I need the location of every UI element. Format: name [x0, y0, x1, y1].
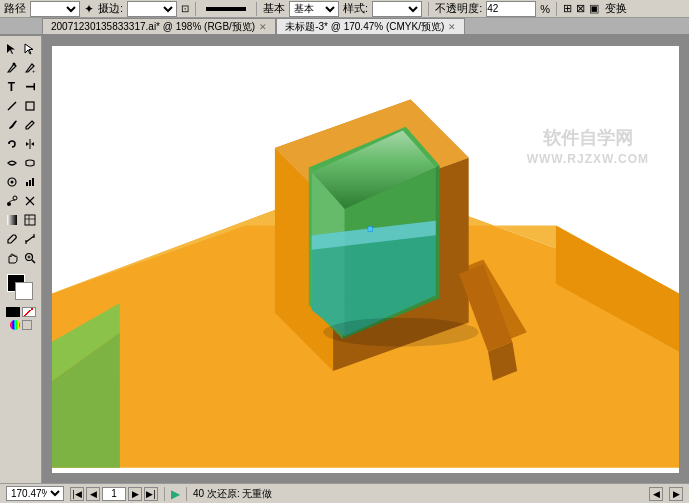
tool-hand[interactable]	[3, 249, 20, 267]
tool-type[interactable]: T	[3, 78, 20, 96]
svg-rect-16	[25, 215, 35, 225]
tool-icon-1: ✦	[84, 2, 94, 16]
play-icon[interactable]: ▶	[171, 487, 180, 501]
tab-bar: 20071230135833317.ai* @ 198% (RGB/预览) ✕ …	[0, 18, 689, 36]
tool-warp-2[interactable]	[21, 154, 38, 172]
svg-line-19	[26, 236, 34, 242]
transform-label: 变换	[605, 1, 627, 16]
svg-point-47	[323, 318, 478, 347]
page-nav: |◀ ◀ ▶ ▶|	[70, 487, 158, 501]
tool-type-v[interactable]: T	[21, 78, 38, 96]
tab-2-label: 未标题-3* @ 170.47% (CMYK/预览)	[285, 20, 444, 34]
tool-direct-selection[interactable]	[21, 40, 38, 58]
color-swatches	[6, 274, 36, 330]
svg-marker-0	[7, 44, 15, 54]
path-select[interactable]	[30, 1, 80, 17]
tool-symbol[interactable]	[3, 173, 20, 191]
tool-row-8	[3, 173, 38, 191]
color-mode-icon[interactable]	[22, 320, 32, 330]
tool-line[interactable]	[3, 97, 20, 115]
status-bar: 170.47% |◀ ◀ ▶ ▶| ▶ 40 次还原: 无重做 ◀ ▶	[0, 483, 689, 503]
page-next-btn[interactable]: ▶	[128, 487, 142, 501]
tool-rotate[interactable]	[3, 135, 20, 153]
svg-rect-12	[32, 178, 34, 186]
none-icon[interactable]	[22, 307, 36, 317]
svg-point-9	[10, 181, 13, 184]
tool-icon-2: ⊡	[181, 3, 189, 14]
illustration-svg	[52, 46, 679, 473]
tool-pen[interactable]	[3, 59, 20, 77]
fill-none-icon[interactable]	[6, 307, 20, 317]
page-input[interactable]	[102, 487, 126, 501]
tool-row-5	[3, 116, 38, 134]
tool-mesh[interactable]	[21, 211, 38, 229]
tool-reflect[interactable]	[21, 135, 38, 153]
tool-row-4	[3, 97, 38, 115]
tool-row-7	[3, 154, 38, 172]
background-color[interactable]	[15, 282, 33, 300]
tool-selection[interactable]	[3, 40, 20, 58]
status-divider	[164, 487, 165, 501]
stroke-preview	[206, 7, 246, 11]
svg-text:+: +	[32, 68, 36, 74]
svg-rect-44	[368, 227, 373, 232]
tool-zoom[interactable]	[21, 249, 38, 267]
style-select[interactable]	[372, 1, 422, 17]
tool-graph[interactable]	[21, 173, 38, 191]
divider-3	[428, 2, 429, 16]
tab-1[interactable]: 20071230135833317.ai* @ 198% (RGB/预览) ✕	[42, 18, 276, 34]
status-divider-2	[186, 487, 187, 501]
tab-2[interactable]: 未标题-3* @ 170.47% (CMYK/预览) ✕	[276, 18, 465, 34]
tool-row-3: T T	[3, 78, 38, 96]
tool-warp[interactable]	[3, 154, 20, 172]
divider-4	[556, 2, 557, 16]
opacity-label: 不透明度:	[435, 1, 482, 16]
tool-pencil[interactable]	[21, 116, 38, 134]
tool-blend[interactable]	[3, 192, 20, 210]
page-first-btn[interactable]: |◀	[70, 487, 84, 501]
svg-rect-10	[26, 182, 28, 186]
opacity-input[interactable]	[486, 1, 536, 17]
tab-1-close[interactable]: ✕	[259, 22, 267, 32]
artboard-info: 40 次还原: 无重做	[193, 487, 272, 501]
tool-pen-2[interactable]: +	[21, 59, 38, 77]
capture-label: 摄边:	[98, 1, 123, 16]
capture-select[interactable]	[127, 1, 177, 17]
icon-small-3: ▣	[589, 2, 599, 15]
base-select[interactable]: 基本	[289, 1, 339, 17]
tool-brush[interactable]	[3, 116, 20, 134]
tool-row-6	[3, 135, 38, 153]
divider-2	[256, 2, 257, 16]
tab-1-label: 20071230135833317.ai* @ 198% (RGB/预览)	[51, 20, 255, 34]
tool-row-2: +	[3, 59, 38, 77]
zoom-select[interactable]: 170.47%	[6, 486, 64, 501]
scroll-right-btn[interactable]: ▶	[669, 487, 683, 501]
tool-gradient[interactable]	[3, 211, 20, 229]
svg-line-23	[32, 260, 35, 263]
icon-small-1: ⊞	[563, 2, 572, 15]
tool-measure[interactable]	[21, 230, 38, 248]
style-label: 样式:	[343, 1, 368, 16]
tool-row-9	[3, 192, 38, 210]
canvas-area[interactable]: 软件自学网 WWW.RJZXW.COM	[42, 36, 689, 483]
page-prev-btn[interactable]: ◀	[86, 487, 100, 501]
page-last-btn[interactable]: ▶|	[144, 487, 158, 501]
scroll-left-btn[interactable]: ◀	[649, 487, 663, 501]
svg-line-4	[8, 102, 16, 110]
tool-slice[interactable]	[21, 192, 38, 210]
svg-rect-11	[29, 180, 31, 186]
main-area: + T T	[0, 36, 689, 483]
tool-row-11	[3, 230, 38, 248]
svg-rect-5	[26, 102, 34, 110]
tool-row-10	[3, 211, 38, 229]
divider-1	[195, 2, 196, 16]
top-toolbar: 路径 ✦ 摄边: ⊡ 基本 基本 样式: 不透明度: % ⊞ ⊠ ▣ 变换	[0, 0, 689, 18]
color-wheel-icon[interactable]	[10, 320, 20, 330]
svg-rect-15	[7, 215, 17, 225]
tool-shape[interactable]	[21, 97, 38, 115]
tool-eyedropper[interactable]	[3, 230, 20, 248]
path-label: 路径	[4, 1, 26, 16]
zoom-area: 170.47%	[6, 486, 64, 501]
tool-row-1	[3, 40, 38, 58]
tab-2-close[interactable]: ✕	[448, 22, 456, 32]
